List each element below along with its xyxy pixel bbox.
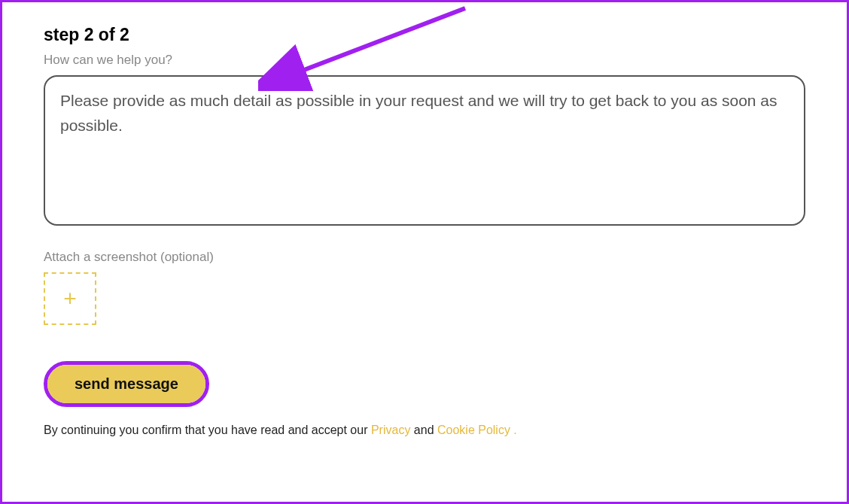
step-title: step 2 of 2 (44, 25, 805, 45)
disclaimer-text: By continuing you confirm that you have … (44, 424, 805, 437)
plus-icon: + (63, 287, 77, 310)
attach-label: Attach a screenshot (optional) (44, 250, 805, 265)
disclaimer-prefix: By continuing you confirm that you have … (44, 424, 371, 436)
disclaimer-and: and (410, 424, 437, 436)
help-label: How can we help you? (44, 53, 805, 68)
attach-upload-box[interactable]: + (44, 272, 96, 325)
message-input[interactable] (44, 75, 805, 226)
form-frame: step 2 of 2 How can we help you? Attach … (0, 0, 849, 504)
privacy-link[interactable]: Privacy (371, 424, 410, 436)
cookie-policy-link[interactable]: Cookie Policy . (437, 424, 517, 436)
send-message-button[interactable]: send message (47, 365, 205, 403)
send-button-highlight: send message (44, 361, 209, 407)
